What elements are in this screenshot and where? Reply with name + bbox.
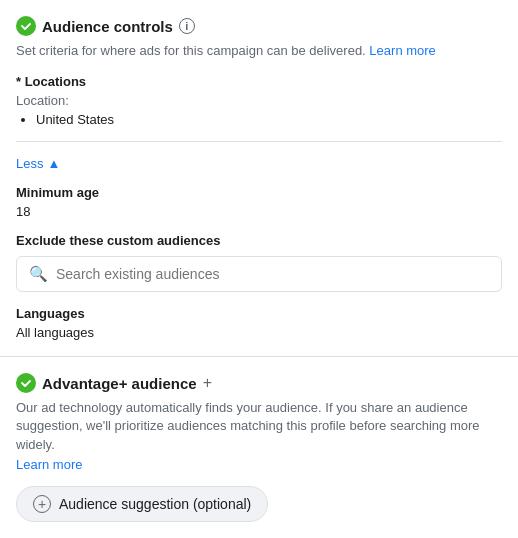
audience-controls-desc: Set criteria for where ads for this camp… — [16, 42, 502, 60]
search-audiences-box[interactable]: 🔍 — [16, 256, 502, 292]
audience-suggestion-button[interactable]: + Audience suggestion (optional) — [16, 486, 268, 522]
location-sublabel: Location: — [16, 93, 502, 108]
minimum-age-value: 18 — [16, 204, 502, 219]
advantage-plus-icon[interactable]: + — [203, 374, 212, 392]
audience-controls-learn-more[interactable]: Learn more — [369, 43, 435, 58]
languages-label: Languages — [16, 306, 502, 321]
advantage-audience-header: Advantage+ audience + — [16, 373, 502, 393]
locations-list: United States — [16, 112, 502, 127]
advantage-audience-section: Advantage+ audience + Our ad technology … — [0, 357, 518, 538]
advantage-learn-more[interactable]: Learn more — [16, 457, 82, 472]
locations-label: * Locations — [16, 74, 502, 89]
minimum-age-group: Minimum age 18 — [16, 185, 502, 219]
audience-controls-title: Audience controls — [42, 18, 173, 35]
audience-controls-header: Audience controls i — [16, 16, 502, 36]
list-item: United States — [36, 112, 502, 127]
exclude-audiences-label: Exclude these custom audiences — [16, 233, 502, 248]
languages-group: Languages All languages — [16, 306, 502, 340]
divider — [16, 141, 502, 142]
chevron-up-icon: ▲ — [47, 156, 60, 171]
audience-controls-section: Audience controls i Set criteria for whe… — [0, 0, 518, 357]
locations-group: * Locations Location: United States — [16, 74, 502, 127]
search-audiences-input[interactable] — [56, 266, 489, 282]
advantage-audience-title: Advantage+ audience — [42, 375, 197, 392]
plus-circle-icon: + — [33, 495, 51, 513]
languages-value: All languages — [16, 325, 502, 340]
info-icon[interactable]: i — [179, 18, 195, 34]
search-icon: 🔍 — [29, 265, 48, 283]
advantage-check-icon — [16, 373, 36, 393]
advantage-audience-desc: Our ad technology automatically finds yo… — [16, 399, 502, 454]
check-icon — [16, 16, 36, 36]
less-toggle-button[interactable]: Less ▲ — [16, 156, 60, 171]
minimum-age-label: Minimum age — [16, 185, 502, 200]
exclude-audiences-group: Exclude these custom audiences 🔍 — [16, 233, 502, 292]
